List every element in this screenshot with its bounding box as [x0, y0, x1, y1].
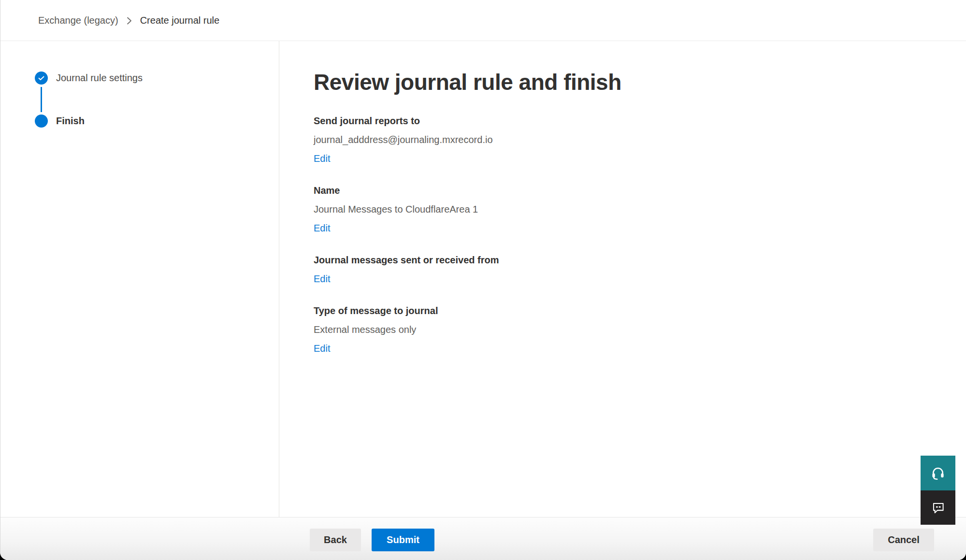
cancel-button[interactable]: Cancel	[873, 529, 934, 551]
section-name: Name Journal Messages to CloudflareArea …	[314, 183, 966, 235]
wizard-step-journal-rule-settings[interactable]: Journal rule settings	[35, 72, 279, 85]
wizard-steps-sidebar: Journal rule settings Finish	[0, 41, 279, 517]
section-value: Journal Messages to CloudflareArea 1	[314, 202, 966, 216]
submit-button[interactable]: Submit	[372, 529, 434, 551]
section-send-journal-reports-to: Send journal reports to journal_adddress…	[314, 114, 966, 166]
action-bar: Back Submit Cancel	[0, 517, 966, 560]
step-connector-line	[41, 87, 42, 112]
wizard-step-label: Journal rule settings	[56, 72, 143, 84]
content-area: Journal rule settings Finish Review jour…	[0, 41, 966, 517]
review-panel: Review journal rule and finish Send jour…	[279, 41, 966, 517]
wizard-step-finish[interactable]: Finish	[35, 115, 279, 128]
filled-circle-icon	[35, 115, 48, 128]
check-icon	[35, 72, 48, 85]
chat-icon	[932, 501, 945, 514]
back-button[interactable]: Back	[310, 529, 361, 551]
section-journal-messages-scope: Journal messages sent or received from E…	[314, 253, 966, 286]
section-message-type: Type of message to journal External mess…	[314, 303, 966, 356]
breadcrumb-current-page: Create journal rule	[140, 15, 220, 26]
edit-name-link[interactable]: Edit	[314, 221, 330, 235]
edit-message-type-link[interactable]: Edit	[314, 341, 330, 356]
section-value: journal_adddress@journaling.mxrecord.io	[314, 132, 966, 147]
page-title: Review journal rule and finish	[314, 69, 966, 96]
breadcrumb-link-exchange-legacy[interactable]: Exchange (legacy)	[38, 15, 118, 26]
section-label: Type of message to journal	[314, 303, 966, 318]
edit-send-journal-reports-link[interactable]: Edit	[314, 151, 330, 166]
section-label: Send journal reports to	[314, 114, 966, 128]
edit-journal-messages-scope-link[interactable]: Edit	[314, 272, 330, 286]
chevron-right-icon	[127, 16, 132, 25]
review-sections: Send journal reports to journal_adddress…	[314, 114, 966, 356]
breadcrumb: Exchange (legacy) Create journal rule	[0, 0, 966, 41]
floating-button-stack	[921, 456, 955, 525]
section-label: Journal messages sent or received from	[314, 253, 966, 267]
wizard-step-label: Finish	[56, 115, 85, 127]
feedback-button[interactable]	[921, 490, 955, 525]
headset-icon	[931, 466, 945, 480]
section-label: Name	[314, 183, 966, 198]
help-button[interactable]	[921, 456, 955, 490]
exchange-admin-window: Exchange (legacy) Create journal rule Jo…	[0, 0, 966, 560]
section-value: External messages only	[314, 322, 966, 337]
